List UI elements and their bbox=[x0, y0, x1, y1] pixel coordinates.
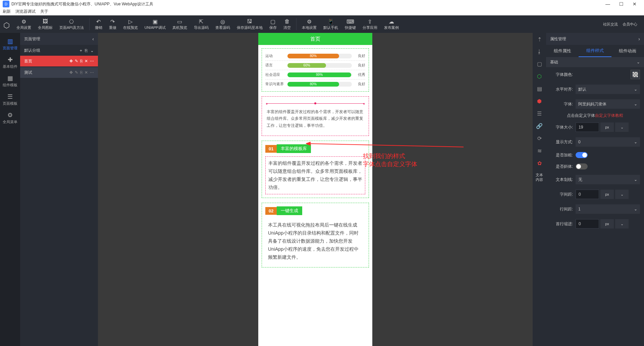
save-local-button[interactable]: 🖫保存源码至本地 bbox=[233, 18, 266, 30]
export-src-button[interactable]: ⇱导出源码 bbox=[191, 18, 212, 30]
member-center-link[interactable]: 会员中心 bbox=[623, 22, 637, 27]
hotkey-button[interactable]: ⌨快捷键 bbox=[341, 18, 359, 30]
trash-icon: 🗑 bbox=[284, 18, 290, 24]
clear-button[interactable]: 🗑清空 bbox=[280, 18, 294, 30]
window-title: DIY官网专注做好的拖拽式可视化微信小程序、UNIAPP、Vue WebApp设… bbox=[11, 1, 153, 7]
redo-button[interactable]: ↷重做 bbox=[106, 18, 120, 30]
keyboard-icon: ⌨ bbox=[346, 18, 354, 24]
menu-about[interactable]: 关于 bbox=[40, 9, 48, 14]
export-icon: ⇱ bbox=[199, 18, 203, 24]
app-logo-button[interactable]: ⬡ bbox=[3, 21, 13, 27]
view-src-button[interactable]: ◎查看源码 bbox=[212, 18, 233, 30]
global-settings-button[interactable]: ⚙全局设置 bbox=[13, 18, 35, 30]
eye-icon: ◎ bbox=[220, 18, 225, 24]
upload-icon: ☁ bbox=[389, 18, 394, 24]
app-logo-icon: D bbox=[3, 1, 9, 7]
disk-icon: 🖫 bbox=[247, 18, 252, 24]
default-phone-button[interactable]: 📱默认手机 bbox=[320, 18, 341, 30]
image-icon: 🖼 bbox=[43, 18, 48, 24]
local-settings-button[interactable]: ⚙本地设置 bbox=[299, 18, 320, 30]
community-link[interactable]: 社区交流 bbox=[603, 22, 618, 27]
main-toolbar: ⬡ ⚙全局设置 🖼全局图标 ⎔页面API及方法 ↶撤销 ↷重做 ▷在线预览 ▣U… bbox=[0, 15, 644, 33]
gear-icon: ⚙ bbox=[21, 18, 26, 24]
share-icon: ⇪ bbox=[368, 18, 372, 24]
uniapp-debug-button[interactable]: ▣UNIAPP调试 bbox=[141, 18, 169, 30]
online-preview-button[interactable]: ▷在线预览 bbox=[120, 18, 141, 30]
undo-button[interactable]: ↶撤销 bbox=[92, 18, 106, 30]
code-icon: ⎔ bbox=[69, 18, 74, 24]
menu-browser-debug[interactable]: 浏览器调试 bbox=[15, 9, 36, 14]
undo-icon: ↶ bbox=[96, 18, 101, 24]
phone-icon: ▭ bbox=[177, 18, 182, 24]
save-icon: ▢ bbox=[270, 18, 275, 24]
window-titlebar: D DIY官网专注做好的拖拽式可视化微信小程序、UNIAPP、Vue WebAp… bbox=[0, 0, 644, 8]
menubar: 刷新 浏览器调试 关于 bbox=[0, 8, 644, 15]
global-icons-button[interactable]: 🖼全局图标 bbox=[35, 18, 56, 30]
redo-icon: ↷ bbox=[110, 18, 115, 24]
save-button[interactable]: ▢保存 bbox=[266, 18, 280, 30]
publish-case-button[interactable]: ☁发布案例 bbox=[381, 18, 402, 30]
close-button[interactable]: ✕ bbox=[628, 1, 641, 7]
play-icon: ▷ bbox=[128, 18, 132, 24]
bug-icon: ▣ bbox=[153, 18, 158, 24]
page-api-button[interactable]: ⎔页面API及方法 bbox=[56, 18, 87, 30]
maximize-button[interactable]: ☐ bbox=[614, 1, 628, 7]
real-preview-button[interactable]: ▭真机预览 bbox=[169, 18, 191, 30]
cog-icon: ⚙ bbox=[307, 18, 312, 24]
minimize-button[interactable]: — bbox=[601, 1, 614, 7]
share-app-button[interactable]: ⇪分享应用 bbox=[359, 18, 381, 30]
mobile-icon: 📱 bbox=[327, 18, 334, 24]
menu-refresh[interactable]: 刷新 bbox=[3, 9, 11, 14]
